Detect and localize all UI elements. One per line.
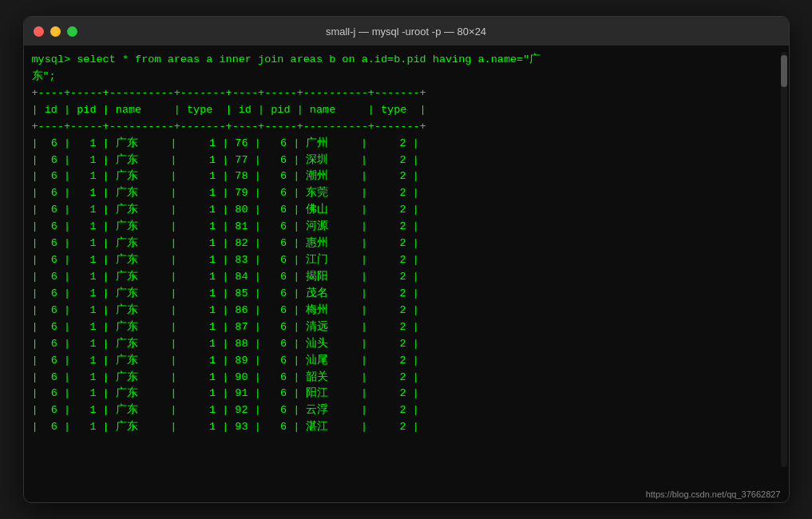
terminal-body: mysql> select * from areas a inner join …: [24, 46, 789, 486]
terminal-window: small-j — mysql -uroot -p — 80×24 mysql>…: [23, 16, 790, 503]
window-title: small-j — mysql -uroot -p — 80×24: [326, 26, 486, 38]
footer-url: https://blog.csdn.net/qq_37662827: [24, 486, 789, 502]
close-button[interactable]: [34, 26, 44, 37]
minimize-button[interactable]: [50, 26, 61, 37]
scrollbar-thumb[interactable]: [781, 55, 787, 87]
titlebar: small-j — mysql -uroot -p — 80×24: [24, 17, 789, 46]
traffic-lights: [34, 26, 77, 37]
maximize-button[interactable]: [67, 26, 77, 37]
terminal-output[interactable]: mysql> select * from areas a inner join …: [32, 52, 781, 480]
scrollbar[interactable]: [781, 52, 787, 467]
